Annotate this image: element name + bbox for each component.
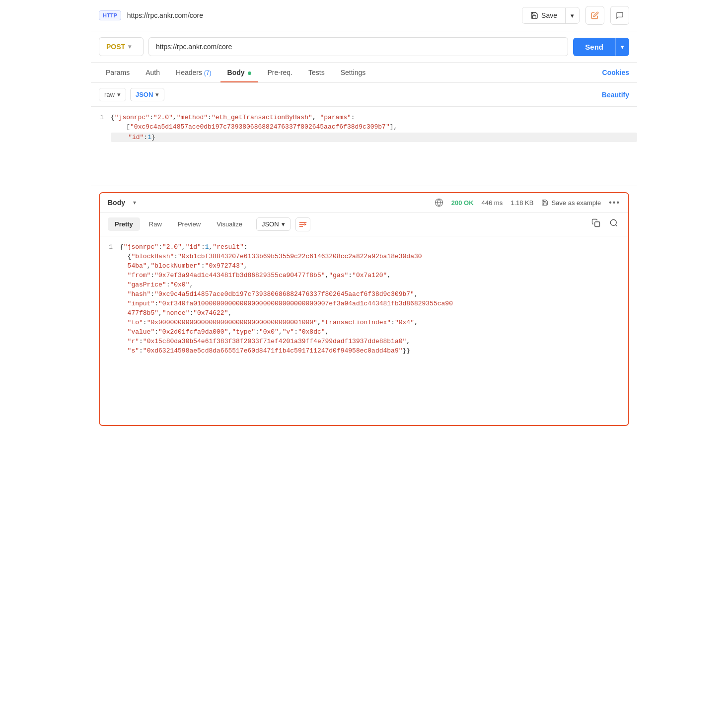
top-url-display: https://rpc.ankr.com/core xyxy=(127,11,516,19)
comment-icon xyxy=(616,11,624,19)
response-body-chevron-icon[interactable]: ▾ xyxy=(133,199,136,206)
tab-settings[interactable]: Settings xyxy=(334,63,373,82)
resp-code-10: "value":"0x2d01fcfa9da000","type":"0x0",… xyxy=(120,328,628,336)
send-dropdown-button[interactable]: ▾ xyxy=(615,38,629,56)
resp-line-8: 477f8b5","nonce":"0x74622", xyxy=(100,308,628,318)
send-button[interactable]: Send xyxy=(573,38,615,56)
request-body-editor[interactable]: 1 {"jsonrpc":"2.0","method":"eth_getTran… xyxy=(91,107,637,186)
raw-chevron-icon: ▾ xyxy=(117,91,121,98)
code-line-2: ["0xc9c4a5d14857ace0db197c73938068688247… xyxy=(91,122,637,132)
status-ok-text: 200 OK xyxy=(451,199,474,207)
tab-auth[interactable]: Auth xyxy=(139,63,167,82)
code-line-3: "id":1} xyxy=(91,132,637,143)
save-example-button[interactable]: Save as example xyxy=(541,199,601,207)
copy-response-button[interactable] xyxy=(589,216,602,232)
tab-body[interactable]: Body xyxy=(220,63,259,82)
beautify-button[interactable]: Beautify xyxy=(602,91,629,99)
resp-code-11: "r":"0x15c80da30b54e61f383f38f2033f71ef4… xyxy=(120,338,628,345)
json-format-select[interactable]: JSON ▾ xyxy=(130,88,164,101)
resp-line-10: "value":"0x2d01fcfa9da000","type":"0x0",… xyxy=(100,327,628,337)
http-badge: HTTP xyxy=(99,10,121,20)
method-label: POST xyxy=(106,43,125,51)
svg-point-6 xyxy=(610,219,616,225)
save-example-label: Save as example xyxy=(551,199,601,207)
resp-line-6: "hash":"0xc9c4a5d14857ace0db197c73938068… xyxy=(100,289,628,299)
response-status-group: 200 OK 446 ms 1.18 KB Save as example ••… xyxy=(435,198,620,207)
resp-tab-raw[interactable]: Raw xyxy=(142,217,169,231)
line-number-3 xyxy=(91,133,111,142)
more-options-button[interactable]: ••• xyxy=(609,198,620,207)
edit-button[interactable] xyxy=(585,6,604,25)
editor-toolbar: raw ▾ JSON ▾ Beautify xyxy=(91,83,637,107)
save-button[interactable]: Save xyxy=(522,7,565,23)
resp-line-num-6 xyxy=(100,290,120,298)
resp-code-12: "s":"0xd63214598ae5cd8da665517e60d8471f1… xyxy=(120,347,628,355)
resp-line-num-9 xyxy=(100,319,120,326)
url-input[interactable] xyxy=(148,37,568,56)
resp-code-8: 477f8b5","nonce":"0x74622", xyxy=(120,309,628,317)
resp-line-12: "s":"0xd63214598ae5cd8da665517e60d8471f1… xyxy=(100,346,628,355)
resp-line-num-8 xyxy=(100,309,120,317)
resp-code-2: {"blockHash":"0xb1cbf38843207e6133b69b53… xyxy=(120,253,628,260)
resp-code-3: 54ba","blockNumber":"0x972743", xyxy=(120,262,628,270)
resp-line-11: "r":"0x15c80da30b54e61f383f38f2033f71ef4… xyxy=(100,337,628,346)
search-response-button[interactable] xyxy=(607,216,620,232)
url-bar: POST ▾ Send ▾ xyxy=(91,31,637,63)
raw-label: raw xyxy=(104,91,115,98)
response-format-select[interactable]: JSON ▾ xyxy=(256,217,291,231)
code-content-3: "id":1} xyxy=(111,133,637,142)
wrap-icon[interactable] xyxy=(295,217,310,231)
response-format-label: JSON xyxy=(262,220,279,228)
resp-line-num-12 xyxy=(100,347,120,355)
tab-prereq[interactable]: Pre-req. xyxy=(260,63,299,82)
resp-line-num-4 xyxy=(100,272,120,279)
resp-line-1: 1 {"jsonrpc":"2.0","id":1,"result": xyxy=(100,242,628,252)
response-tabs-bar: Pretty Raw Preview Visualize JSON ▾ xyxy=(100,213,628,236)
resp-tab-preview[interactable]: Preview xyxy=(171,217,208,231)
resp-line-num-7 xyxy=(100,300,120,307)
line-number-1: 1 xyxy=(91,114,111,121)
comment-button[interactable] xyxy=(610,6,629,25)
resp-line-num-3 xyxy=(100,262,120,270)
save-button-group: Save ▾ xyxy=(522,7,580,24)
response-duration: 446 ms xyxy=(482,199,503,207)
resp-tab-pretty[interactable]: Pretty xyxy=(108,217,140,231)
save-icon xyxy=(530,11,538,19)
raw-format-select[interactable]: raw ▾ xyxy=(99,88,126,101)
line-number-2 xyxy=(91,123,111,131)
response-body-content: 1 {"jsonrpc":"2.0","id":1,"result": {"bl… xyxy=(100,236,628,425)
resp-code-9: "to":"0x00000000000000000000000000000000… xyxy=(120,319,628,326)
tab-body-label: Body xyxy=(227,69,245,76)
send-button-group: Send ▾ xyxy=(573,38,629,56)
resp-code-7: "input":"0xf340fa01000000000000000000000… xyxy=(120,300,628,307)
cookies-link[interactable]: Cookies xyxy=(602,69,629,76)
tab-tests[interactable]: Tests xyxy=(301,63,332,82)
method-select[interactable]: POST ▾ xyxy=(99,37,144,56)
response-header: Body ▾ 200 OK 446 ms 1.18 KB Save as exa… xyxy=(100,193,628,213)
copy-icon xyxy=(591,218,600,227)
resp-line-num-11 xyxy=(100,338,120,345)
tab-params[interactable]: Params xyxy=(99,63,137,82)
tab-headers[interactable]: Headers (7) xyxy=(169,63,218,82)
resp-code-4: "from":"0x7ef3a94ad1c443481fb3d86829355c… xyxy=(120,272,628,279)
globe-icon xyxy=(435,198,443,207)
save-dropdown-button[interactable]: ▾ xyxy=(565,8,579,23)
response-size: 1.18 KB xyxy=(510,199,533,207)
search-icon xyxy=(609,218,618,227)
code-content-1: {"jsonrpc":"2.0","method":"eth_getTransa… xyxy=(111,114,637,121)
tab-headers-label: Headers xyxy=(176,69,202,76)
resp-code-6: "hash":"0xc9c4a5d14857ace0db197c73938068… xyxy=(120,290,628,298)
code-line-1: 1 {"jsonrpc":"2.0","method":"eth_getTran… xyxy=(91,113,637,122)
pencil-icon xyxy=(591,11,599,19)
resp-tab-visualize[interactable]: Visualize xyxy=(210,217,249,231)
resp-line-5: "gasPrice":"0x0", xyxy=(100,280,628,289)
code-content-2: ["0xc9c4a5d14857ace0db197c73938068688247… xyxy=(111,123,637,131)
resp-line-num-5 xyxy=(100,281,120,288)
svg-rect-5 xyxy=(595,222,600,227)
tab-body-dot xyxy=(248,71,251,75)
response-format-chevron-icon: ▾ xyxy=(282,220,285,228)
request-tabs-bar: Params Auth Headers (7) Body Pre-req. Te… xyxy=(91,63,637,83)
resp-code-5: "gasPrice":"0x0", xyxy=(120,281,628,288)
resp-line-num-10 xyxy=(100,328,120,336)
wrap-lines-icon xyxy=(299,221,307,228)
